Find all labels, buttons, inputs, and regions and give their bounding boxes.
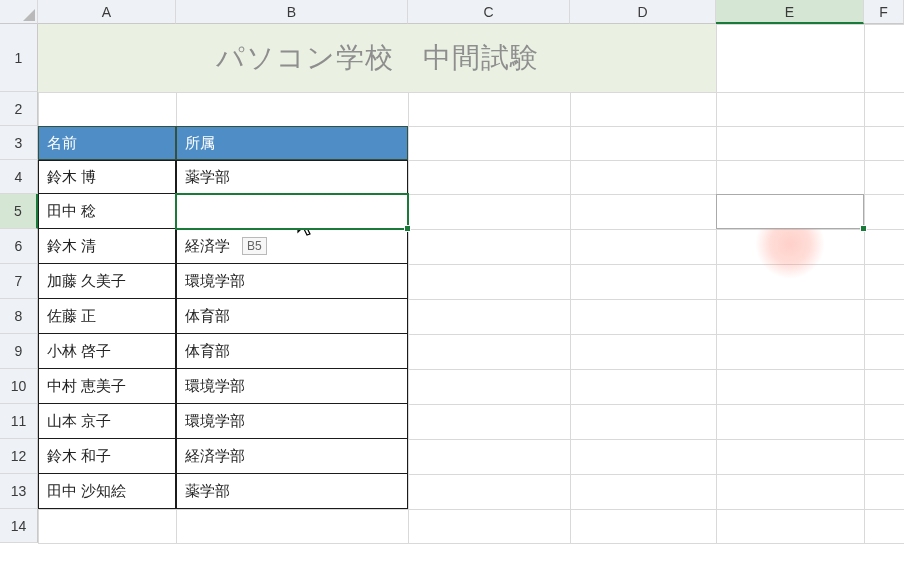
table-cell-name[interactable]: 中村 恵美子 (38, 369, 176, 404)
table-cell-dept[interactable] (176, 194, 408, 229)
column-header-D[interactable]: D (570, 0, 716, 24)
title-cell[interactable]: パソコン学校 中間試験 (38, 24, 716, 92)
row-header-1[interactable]: 1 (0, 24, 38, 92)
column-header-F[interactable]: F (864, 0, 904, 24)
table-cell-name[interactable]: 鈴木 博 (38, 160, 176, 194)
cell-grid[interactable]: パソコン学校 中間試験名前所属鈴木 博薬学部田中 稔鈴木 清経済学加藤 久美子環… (38, 24, 904, 543)
table-header-name[interactable]: 名前 (38, 126, 176, 160)
table-cell-dept[interactable]: 薬学部 (176, 160, 408, 194)
column-header-A[interactable]: A (38, 0, 176, 24)
row-header-6[interactable]: 6 (0, 229, 38, 264)
table-cell-name[interactable]: 加藤 久美子 (38, 264, 176, 299)
table-cell-dept[interactable]: 環境学部 (176, 404, 408, 439)
table-cell-dept[interactable]: 経済学部 (176, 439, 408, 474)
table-cell-dept[interactable]: 体育部 (176, 299, 408, 334)
secondary-cell-border (716, 194, 864, 229)
table-cell-dept[interactable]: 体育部 (176, 334, 408, 369)
select-all-corner[interactable] (0, 0, 38, 24)
row-headers: 1234567891011121314 (0, 24, 38, 543)
row-header-12[interactable]: 12 (0, 439, 38, 474)
row-header-4[interactable]: 4 (0, 160, 38, 194)
row-header-13[interactable]: 13 (0, 474, 38, 509)
row-header-10[interactable]: 10 (0, 369, 38, 404)
column-header-B[interactable]: B (176, 0, 408, 24)
table-cell-dept[interactable]: 環境学部 (176, 369, 408, 404)
table-header-dept[interactable]: 所属 (176, 126, 408, 160)
row-header-9[interactable]: 9 (0, 334, 38, 369)
table-cell-dept[interactable]: 環境学部 (176, 264, 408, 299)
table-cell-name[interactable]: 田中 沙知絵 (38, 474, 176, 509)
table-cell-name[interactable]: 山本 京子 (38, 404, 176, 439)
table-cell-dept[interactable]: 経済学 (176, 229, 408, 264)
table-cell-name[interactable]: 鈴木 清 (38, 229, 176, 264)
table-cell-name[interactable]: 鈴木 和子 (38, 439, 176, 474)
row-header-3[interactable]: 3 (0, 126, 38, 160)
column-headers: ABCDEF (38, 0, 904, 24)
row-header-14[interactable]: 14 (0, 509, 38, 543)
table-cell-dept[interactable]: 薬学部 (176, 474, 408, 509)
row-header-7[interactable]: 7 (0, 264, 38, 299)
row-header-2[interactable]: 2 (0, 92, 38, 126)
column-header-E[interactable]: E (716, 0, 864, 24)
row-header-11[interactable]: 11 (0, 404, 38, 439)
row-header-8[interactable]: 8 (0, 299, 38, 334)
column-header-C[interactable]: C (408, 0, 570, 24)
row-header-5[interactable]: 5 (0, 194, 38, 229)
spreadsheet: ABCDEF 1234567891011121314 パソコン学校 中間試験名前… (0, 0, 904, 566)
table-cell-name[interactable]: 田中 稔 (38, 194, 176, 229)
table-cell-name[interactable]: 小林 啓子 (38, 334, 176, 369)
table-cell-name[interactable]: 佐藤 正 (38, 299, 176, 334)
